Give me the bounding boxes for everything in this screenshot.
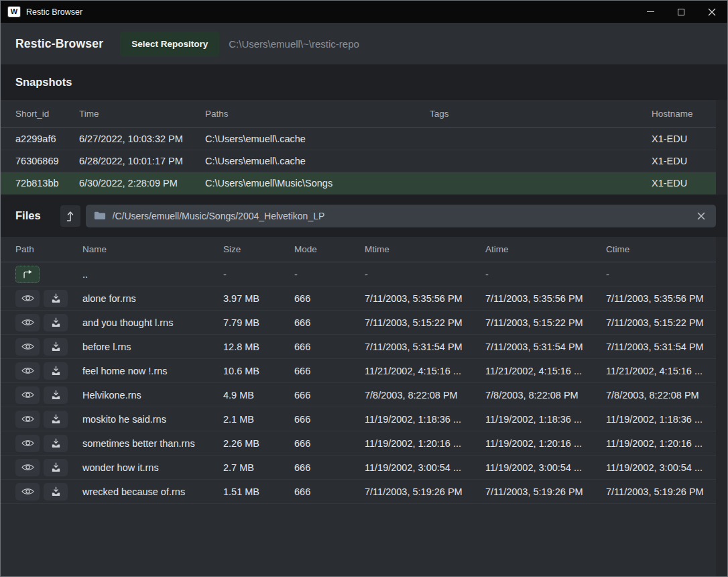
- snapshot-row-selected[interactable]: 72b813bb 6/30/2022, 2:28:09 PM C:\Users\…: [1, 172, 716, 195]
- file-atime: 11/19/2002, 1:20:16 ...: [485, 438, 606, 449]
- column-header-path: Path: [15, 244, 82, 254]
- file-ctime: 11/19/2002, 1:20:16 ...: [606, 438, 716, 449]
- download-file-button[interactable]: [44, 459, 68, 476]
- eye-icon: [21, 342, 34, 351]
- file-atime: -: [485, 269, 606, 280]
- view-file-button[interactable]: [15, 314, 40, 331]
- view-file-button[interactable]: [15, 290, 40, 307]
- snapshots-title: Snapshots: [15, 76, 72, 89]
- snapshot-row[interactable]: a2299af6 6/27/2022, 10:03:32 PM C:\Users…: [1, 128, 716, 150]
- path-level-up-button[interactable]: [60, 205, 80, 227]
- file-mtime: 11/19/2002, 1:20:16 ...: [365, 438, 485, 449]
- minimize-button[interactable]: [635, 1, 666, 23]
- file-ctime: 7/11/2003, 5:15:22 PM: [606, 317, 716, 328]
- file-path-value: /C/Users/emuell/Music/Songs/2004_Helveti…: [113, 211, 692, 221]
- titlebar[interactable]: W Restic Browser: [1, 1, 727, 23]
- window-title: Restic Browser: [26, 7, 82, 17]
- file-mtime: 7/11/2003, 5:35:56 PM: [365, 293, 485, 304]
- file-mode: -: [294, 269, 365, 280]
- file-mtime: 7/11/2003, 5:19:26 PM: [365, 486, 485, 497]
- view-file-button[interactable]: [15, 459, 40, 476]
- snapshot-time: 6/28/2022, 10:01:17 PM: [79, 156, 205, 166]
- file-row: feel home now !.rns 10.6 MB 666 11/21/20…: [1, 359, 716, 383]
- view-file-button[interactable]: [15, 386, 40, 404]
- file-mode: 666: [294, 486, 365, 497]
- file-atime: 7/11/2003, 5:35:56 PM: [485, 293, 606, 304]
- file-path-input[interactable]: /C/Users/emuell/Music/Songs/2004_Helveti…: [86, 205, 716, 227]
- download-file-button[interactable]: [44, 338, 68, 356]
- view-file-button[interactable]: [15, 435, 40, 452]
- file-row: alone for.rns 3.97 MB 666 7/11/2003, 5:3…: [1, 286, 716, 311]
- titlebar-left: W Restic Browser: [1, 7, 82, 17]
- download-icon: [51, 366, 61, 376]
- view-file-button[interactable]: [15, 362, 40, 380]
- snapshots-section-bar: Snapshots: [1, 64, 727, 100]
- close-icon: [708, 8, 716, 16]
- file-mtime: 11/19/2002, 3:00:54 ...: [365, 462, 485, 473]
- file-size: 3.97 MB: [223, 293, 294, 304]
- column-header-paths: Paths: [205, 109, 430, 119]
- column-header-atime: Atime: [485, 244, 606, 254]
- file-row: before l.rns 12.8 MB 666 7/11/2003, 5:31…: [1, 335, 716, 359]
- file-atime: 7/8/2003, 8:22:08 PM: [485, 390, 606, 401]
- snapshot-short-id: 76306869: [15, 156, 79, 166]
- view-file-button[interactable]: [15, 483, 40, 501]
- app-title: Restic-Browser: [15, 37, 103, 51]
- file-mode: 666: [294, 317, 365, 328]
- row-actions: [15, 386, 82, 404]
- go-up-directory-button[interactable]: [15, 266, 40, 283]
- download-icon: [51, 293, 61, 303]
- row-actions: [15, 290, 82, 307]
- files-table: Path Name Size Mode Mtime Atime Ctime ..…: [1, 237, 716, 576]
- download-file-button[interactable]: [44, 290, 68, 307]
- download-file-button[interactable]: [44, 483, 68, 501]
- column-header-ctime: Ctime: [606, 244, 716, 254]
- files-title: Files: [15, 209, 41, 222]
- file-atime: 11/19/2002, 3:00:54 ...: [485, 462, 606, 473]
- row-actions: [15, 483, 82, 501]
- file-size: -: [223, 269, 294, 280]
- maximize-button[interactable]: [666, 1, 696, 23]
- file-ctime: 7/11/2003, 5:35:56 PM: [606, 293, 716, 304]
- file-ctime: 7/8/2003, 8:22:08 PM: [606, 390, 716, 401]
- download-icon: [51, 390, 61, 400]
- snapshot-time: 6/27/2022, 10:03:32 PM: [79, 134, 205, 144]
- snapshot-short-id: a2299af6: [15, 134, 79, 144]
- view-file-button[interactable]: [15, 411, 40, 428]
- row-actions: [15, 362, 82, 380]
- download-file-button[interactable]: [44, 435, 68, 452]
- file-size: 2.7 MB: [223, 462, 294, 473]
- snapshot-paths: C:\Users\emuell\.cache: [205, 134, 430, 144]
- clear-icon: [697, 212, 705, 220]
- download-icon: [51, 414, 61, 424]
- download-file-button[interactable]: [44, 411, 68, 428]
- snapshot-row[interactable]: 76306869 6/28/2022, 10:01:17 PM C:\Users…: [1, 150, 716, 172]
- file-ctime: 7/11/2003, 5:19:26 PM: [606, 486, 716, 497]
- file-row: sometimes better than.rns 2.26 MB 666 11…: [1, 431, 716, 456]
- file-row: wrecked because of.rns 1.51 MB 666 7/11/…: [1, 480, 716, 504]
- maximize-icon: [678, 9, 684, 15]
- column-header-mode: Mode: [294, 244, 365, 254]
- eye-icon: [21, 390, 34, 399]
- download-file-button[interactable]: [44, 386, 68, 404]
- up-directory-icon: [21, 269, 34, 279]
- download-icon: [51, 342, 61, 352]
- file-mode: 666: [294, 438, 365, 449]
- download-icon: [51, 486, 61, 496]
- download-file-button[interactable]: [44, 314, 68, 331]
- download-file-button[interactable]: [44, 362, 68, 380]
- file-mode: 666: [294, 366, 365, 376]
- parent-directory-row: .. - - - - -: [1, 262, 716, 286]
- snapshot-paths: C:\Users\emuell\.cache: [205, 156, 430, 166]
- select-repository-button[interactable]: Select Repository: [120, 32, 219, 56]
- eye-icon: [21, 487, 34, 496]
- file-atime: 7/11/2003, 5:15:22 PM: [485, 317, 606, 328]
- close-button[interactable]: [696, 1, 727, 23]
- files-header-row: Path Name Size Mode Mtime Atime Ctime: [1, 237, 716, 262]
- repository-path[interactable]: C:\Users\emuell\~\restic-repo: [229, 38, 359, 50]
- toolbar: Restic-Browser Select Repository C:\User…: [1, 23, 727, 64]
- file-ctime: 11/19/2002, 1:18:36 ...: [606, 414, 716, 425]
- view-file-button[interactable]: [15, 338, 40, 356]
- clear-path-button[interactable]: [692, 209, 711, 223]
- eye-icon: [21, 439, 34, 448]
